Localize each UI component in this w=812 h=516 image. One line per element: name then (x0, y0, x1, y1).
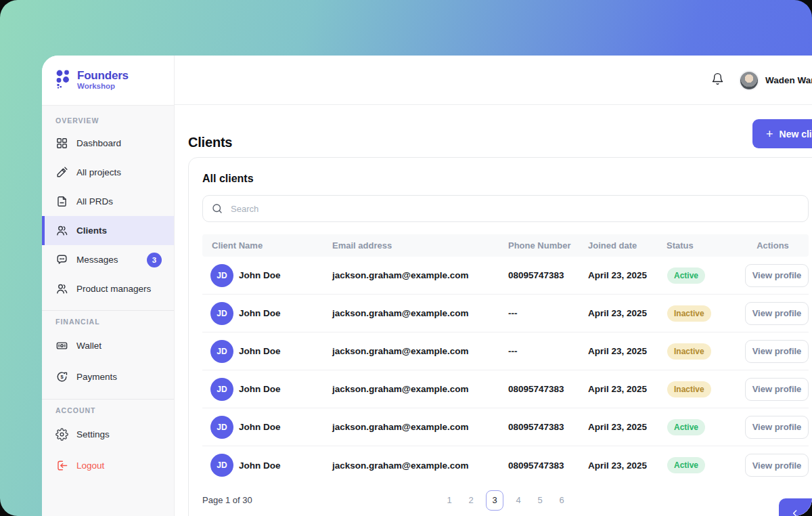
chevron-left-icon (790, 508, 800, 516)
wallet-icon (55, 339, 68, 352)
user-avatar[interactable] (739, 70, 759, 91)
client-email: jackson.graham@example.com (323, 346, 499, 356)
document-icon (55, 195, 68, 208)
status-badge: Inactive (667, 343, 711, 360)
view-profile-button[interactable]: View profile (745, 416, 809, 439)
sidebar-item-label: All PRDs (76, 196, 113, 207)
client-name: John Doe (239, 384, 281, 394)
topbar: Waden Warren (175, 56, 812, 105)
sidebar-item-dashboard[interactable]: Dashboard (42, 129, 174, 158)
main-area: Waden Warren Clients + New client All cl… (175, 56, 812, 516)
client-email: jackson.graham@example.com (323, 308, 499, 318)
all-clients-card: All clients Client Name Email address Ph… (188, 157, 812, 516)
sidebar-item-all-projects[interactable]: All projects (42, 158, 174, 187)
page-number-2[interactable]: 2 (464, 490, 478, 511)
sidebar-item-label: All projects (76, 167, 121, 177)
sidebar-item-payments[interactable]: $ Payments (42, 361, 174, 392)
view-profile-button[interactable]: View profile (745, 302, 809, 325)
screen-background: Founders Workshop OVERVIEW Dashboard All… (0, 0, 812, 516)
page-number-6[interactable]: 6 (555, 490, 568, 511)
sidebar-item-logout[interactable]: Logout (42, 450, 174, 481)
client-name: John Doe (239, 346, 281, 356)
sidebar-item-label: Product managers (76, 284, 151, 294)
table-row: JDJohn Doe jackson.graham@example.com --… (202, 332, 809, 370)
sidebar-item-clients[interactable]: Clients (42, 216, 174, 245)
brand-name-top: Founders (77, 70, 129, 81)
table-row: JDJohn Doe jackson.graham@example.com 08… (202, 370, 809, 408)
client-avatar: JD (210, 378, 233, 401)
notifications-bell-icon[interactable] (711, 72, 724, 89)
search-bar[interactable] (202, 195, 809, 222)
sidebar-item-product-managers[interactable]: Product managers (42, 274, 174, 303)
view-profile-button[interactable]: View profile (745, 454, 809, 477)
chat-icon (55, 253, 68, 266)
client-joined-date: April 23, 2025 (579, 422, 657, 432)
search-input[interactable] (229, 203, 800, 215)
column-header-email: Email address (323, 240, 499, 251)
sidebar-divider (42, 399, 174, 400)
client-phone: 08095747383 (499, 460, 579, 471)
section-label-financial: FINANCIAL (55, 318, 174, 326)
sidebar-item-settings[interactable]: Settings (42, 418, 174, 450)
client-avatar: JD (210, 264, 233, 287)
client-email: jackson.graham@example.com (323, 384, 499, 394)
client-name: John Doe (239, 422, 281, 432)
client-phone: 08095747383 (499, 384, 579, 394)
brand-name: Founders Workshop (77, 70, 129, 91)
client-phone: 08095747383 (499, 422, 579, 432)
sidebar-item-label: Messages (76, 255, 118, 265)
users-icon (55, 282, 68, 295)
messages-count-badge: 3 (147, 253, 162, 267)
sidebar-item-wallet[interactable]: Wallet (42, 330, 174, 361)
sidebar-item-all-prds[interactable]: All PRDs (42, 187, 174, 216)
page-number-4[interactable]: 4 (512, 490, 525, 511)
dashboard-icon (55, 137, 68, 150)
client-joined-date: April 23, 2025 (579, 460, 657, 471)
view-profile-button[interactable]: View profile (745, 340, 809, 363)
sidebar-nav: OVERVIEW Dashboard All projects All PRDs… (42, 105, 174, 516)
status-badge: Active (667, 267, 705, 284)
page-number-5[interactable]: 5 (533, 490, 547, 511)
search-icon (211, 202, 223, 215)
plus-icon: + (766, 128, 773, 140)
sidebar-item-label: Dashboard (76, 138, 121, 148)
column-header-joined: Joined date (579, 240, 657, 251)
table-row: JDJohn Doe jackson.graham@example.com 08… (202, 408, 809, 446)
client-joined-date: April 23, 2025 (579, 308, 657, 318)
user-name: Waden Warren (765, 75, 812, 85)
client-email: jackson.graham@example.com (323, 460, 499, 471)
column-header-client-name: Client Name (202, 240, 323, 251)
column-header-phone: Phone Number (499, 240, 579, 251)
pagination-nav (779, 498, 812, 516)
page-number-1[interactable]: 1 (443, 490, 456, 511)
sidebar-item-label: Wallet (76, 341, 102, 351)
new-client-button[interactable]: + New client (752, 119, 812, 148)
sidebar-item-messages[interactable]: Messages 3 (42, 245, 174, 274)
client-joined-date: April 23, 2025 (579, 346, 657, 356)
users-icon (55, 224, 68, 237)
previous-page-button[interactable] (782, 498, 809, 516)
app-window: Founders Workshop OVERVIEW Dashboard All… (42, 56, 812, 516)
table-header: Client Name Email address Phone Number J… (202, 234, 809, 257)
sidebar-item-label: Clients (76, 225, 107, 236)
view-profile-button[interactable]: View profile (745, 264, 809, 287)
brand-logo[interactable]: Founders Workshop (42, 56, 174, 105)
clients-table: Client Name Email address Phone Number J… (202, 234, 809, 484)
client-name: John Doe (239, 308, 281, 318)
client-email: jackson.graham@example.com (323, 422, 499, 432)
view-profile-button[interactable]: View profile (745, 378, 809, 401)
client-avatar: JD (210, 416, 233, 439)
pen-icon (55, 166, 68, 179)
page-number-3-current[interactable]: 3 (486, 490, 503, 511)
sidebar-item-label: Payments (76, 372, 117, 382)
client-phone: --- (499, 346, 579, 356)
pagination: Page 1 of 30 1 2 3 4 5 6 (202, 495, 809, 505)
content-area: Clients + New client All clients Client … (175, 105, 812, 516)
client-avatar: JD (210, 302, 233, 325)
client-joined-date: April 23, 2025 (579, 384, 657, 394)
section-label-account: ACCOUNT (55, 406, 174, 414)
dollar-refresh-icon: $ (55, 370, 68, 383)
table-row: JDJohn Doe jackson.graham@example.com 08… (202, 446, 809, 484)
gear-icon (55, 428, 68, 441)
new-client-label: New client (780, 129, 812, 139)
